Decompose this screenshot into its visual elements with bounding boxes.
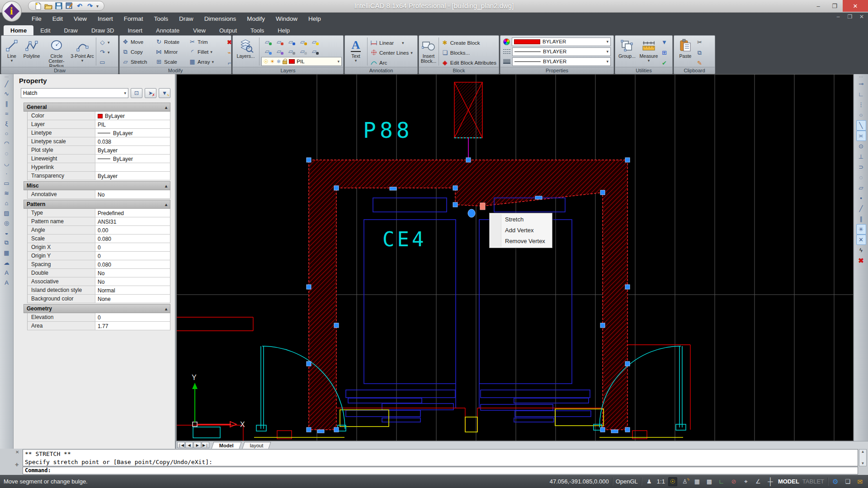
- ribbon-tab[interactable]: Home: [4, 25, 33, 35]
- crosshair-icon[interactable]: ┼: [766, 477, 775, 486]
- save-as-icon[interactable]: [65, 2, 73, 10]
- tab-layout[interactable]: layout: [242, 442, 271, 449]
- open-icon[interactable]: [44, 2, 52, 10]
- property-value[interactable]: ANSI31: [95, 217, 170, 225]
- edit-block-attributes-button[interactable]: ◈Edit Block Attributes: [441, 58, 497, 67]
- snap-toolbar-icon[interactable]: ▱: [856, 183, 866, 193]
- layer-tool-icon[interactable]: ▱: [273, 47, 285, 56]
- command-scrollbar[interactable]: ▲ ▼: [859, 449, 867, 466]
- hot-vertex-grip[interactable]: [480, 203, 485, 210]
- snap-toolbar-icon[interactable]: ▪: [856, 193, 866, 203]
- entity-type-dropdown[interactable]: Hatch ▾: [21, 88, 128, 98]
- property-value[interactable]: 0.080: [95, 235, 170, 243]
- settings-gear-icon[interactable]: ⚙: [831, 477, 840, 486]
- first-tab-button[interactable]: ❘◀: [177, 442, 185, 448]
- center-lines-button[interactable]: Center Lines ▾: [369, 48, 414, 57]
- fillet-button[interactable]: ◜Fillet▾: [188, 47, 222, 56]
- left-toolbar-icon[interactable]: ≈: [2, 108, 12, 118]
- left-toolbar-icon[interactable]: ≋: [2, 188, 12, 198]
- scale-button[interactable]: ⊞Scale: [155, 57, 188, 66]
- prev-tab-button[interactable]: ◀: [185, 442, 193, 448]
- ribbon-tab[interactable]: Draw 3D: [85, 25, 121, 35]
- property-value[interactable]: [95, 163, 170, 171]
- entity-snap-icon[interactable]: ⌖: [741, 477, 750, 486]
- save-icon[interactable]: [55, 2, 63, 10]
- text-button[interactable]: A Text ▾: [346, 37, 365, 62]
- rotate-button[interactable]: ↻Rotate: [155, 38, 188, 46]
- doc-minimize-icon[interactable]: –: [835, 14, 842, 20]
- snap-toolbar-icon[interactable]: ✖: [856, 255, 866, 266]
- polyline-button[interactable]: Polyline: [21, 37, 42, 59]
- snap-toolbar-icon[interactable]: ⊙: [856, 141, 866, 151]
- move-button[interactable]: ✥Move: [121, 38, 155, 46]
- left-toolbar-icon[interactable]: ◒: [2, 228, 12, 238]
- layer-tool-icon[interactable]: ▱: [297, 37, 308, 47]
- layer-tool-icon[interactable]: ▱: [261, 47, 273, 56]
- property-value[interactable]: ByLayer: [95, 112, 170, 120]
- property-value[interactable]: Predefined: [95, 209, 170, 217]
- ribbon-tab[interactable]: View: [186, 25, 212, 35]
- left-toolbar-icon[interactable]: A: [2, 267, 12, 277]
- property-value[interactable]: 1.77: [95, 322, 170, 330]
- left-toolbar-icon[interactable]: ⌂: [2, 198, 12, 208]
- window-layout-icon[interactable]: ❏: [843, 477, 852, 486]
- layer-tool-icon[interactable]: ▱: [308, 37, 320, 47]
- copy-button[interactable]: ⧉Copy: [121, 47, 155, 56]
- menu-item[interactable]: File: [26, 14, 47, 24]
- ribbon-tab[interactable]: Help: [271, 25, 297, 35]
- snap-toolbar-icon[interactable]: ≍: [856, 131, 866, 141]
- entity-dropdown-icon[interactable]: ▾: [124, 91, 126, 95]
- grid-display-icon[interactable]: ▩: [705, 477, 714, 486]
- new-icon[interactable]: [34, 2, 42, 10]
- left-toolbar-icon[interactable]: ▦: [2, 248, 12, 258]
- deselect-button[interactable]: ➤✗: [145, 88, 156, 98]
- left-toolbar-icon[interactable]: ◡: [2, 158, 12, 168]
- menu-item[interactable]: Draw: [174, 14, 199, 24]
- minimize-button[interactable]: –: [810, 0, 826, 12]
- property-value[interactable]: 0.038: [95, 137, 170, 145]
- angle-snap-icon[interactable]: ∠: [754, 477, 763, 486]
- section-header-misc[interactable]: Misc ▴: [24, 181, 170, 190]
- left-toolbar-icon[interactable]: ▨: [2, 208, 12, 218]
- array-button[interactable]: ▦Array▾: [188, 57, 222, 66]
- scroll-down-icon[interactable]: ▼: [861, 461, 865, 466]
- property-value[interactable]: ByLayer: [95, 155, 170, 163]
- rectangle-button[interactable]: ▭: [98, 58, 111, 66]
- left-toolbar-icon[interactable]: ○: [2, 128, 12, 138]
- format-painter-button[interactable]: ✎: [695, 59, 704, 67]
- section-header-general[interactable]: General ▴: [24, 103, 170, 112]
- layer-dropdown[interactable]: ☉ ☀ ❄ PIL ▾: [261, 57, 342, 66]
- property-value[interactable]: 0: [95, 313, 170, 321]
- property-value[interactable]: 0.00: [95, 226, 170, 234]
- mirror-button[interactable]: ⋈Mirror: [155, 47, 188, 56]
- left-toolbar-icon[interactable]: ╱: [2, 79, 12, 89]
- left-toolbar-icon[interactable]: ☁: [2, 258, 12, 267]
- point-style-button[interactable]: ⊞: [660, 48, 669, 57]
- layer-dropdown-icon[interactable]: ▾: [337, 59, 340, 64]
- layer-tool-icon[interactable]: ▱: [297, 47, 308, 56]
- polar-tracking-icon[interactable]: ⊘: [729, 477, 738, 486]
- left-toolbar-icon[interactable]: ∥: [2, 99, 12, 108]
- menu-item[interactable]: Tools: [149, 14, 174, 24]
- restore-button[interactable]: ❐: [826, 0, 843, 12]
- property-value[interactable]: Normal: [95, 286, 170, 294]
- snap-toolbar-icon[interactable]: ╱: [856, 203, 866, 214]
- copy-clip-button[interactable]: ⧉: [695, 48, 704, 57]
- mail-icon[interactable]: ✉: [855, 477, 864, 486]
- ribbon-tab[interactable]: Edit: [33, 25, 57, 35]
- tablet-toggle[interactable]: TABLET: [802, 478, 824, 485]
- ribbon-tab[interactable]: Insert: [121, 25, 149, 35]
- ribbon-tab[interactable]: Draw: [57, 25, 85, 35]
- menu-item[interactable]: Edit: [47, 14, 68, 24]
- property-value[interactable]: ByLayer: [95, 129, 170, 137]
- lineweight-dropdown[interactable]: BYLAYER ▾: [512, 57, 611, 66]
- qat-customize-icon[interactable]: ▾: [96, 4, 99, 9]
- property-value[interactable]: ByLayer: [95, 146, 170, 154]
- command-input[interactable]: Command:: [23, 467, 858, 474]
- model-space-toggle[interactable]: MODEL: [778, 478, 799, 485]
- line-dropdown-icon[interactable]: ▾: [11, 59, 13, 62]
- annotation-visibility-icon[interactable]: ♙ϟ: [680, 477, 689, 486]
- drawing-canvas[interactable]: P88 CE4 Y X: [176, 74, 854, 441]
- room-label-p88[interactable]: P88: [363, 117, 413, 143]
- text-dropdown-icon[interactable]: ▾: [355, 59, 357, 62]
